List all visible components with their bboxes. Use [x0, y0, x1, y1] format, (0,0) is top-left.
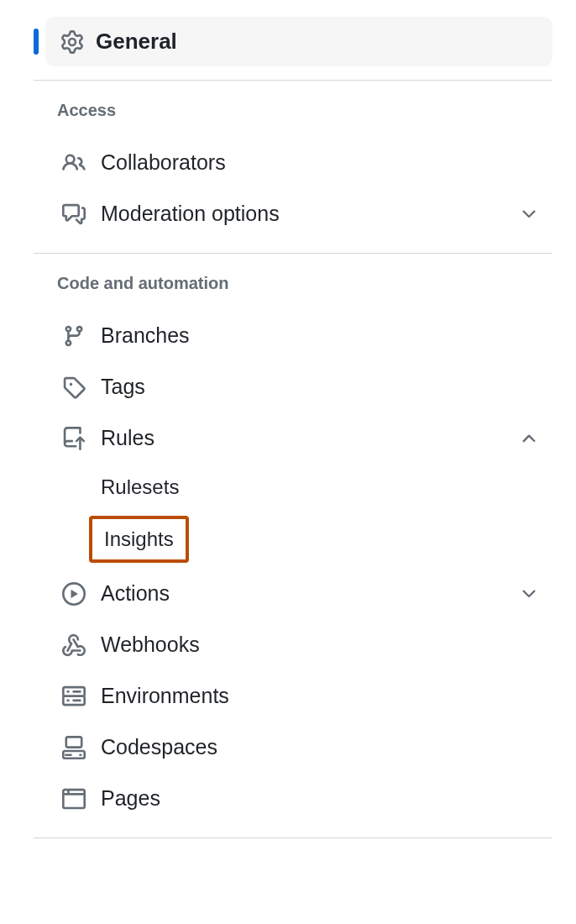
nav-item-moderation[interactable]: Moderation options	[34, 188, 552, 239]
nav-sub-item-insights[interactable]: Insights	[89, 516, 189, 563]
webhook-icon	[62, 633, 86, 657]
section-header-code-automation: Code and automation	[34, 254, 552, 310]
divider	[34, 837, 552, 838]
nav-label-tags: Tags	[101, 375, 539, 399]
nav-label-webhooks: Webhooks	[101, 633, 539, 657]
active-indicator	[34, 29, 39, 55]
nav-sub-item-rulesets[interactable]: Rulesets	[34, 464, 552, 511]
settings-sidebar: General Access Collaborators Moderation …	[0, 0, 576, 855]
nav-label-environments: Environments	[101, 684, 539, 708]
people-icon	[62, 151, 86, 175]
nav-item-environments[interactable]: Environments	[34, 670, 552, 722]
play-icon	[62, 582, 86, 606]
chevron-down-icon	[519, 584, 539, 604]
nav-item-general[interactable]: General	[45, 17, 552, 66]
browser-icon	[62, 787, 86, 811]
section-header-access: Access	[34, 81, 552, 137]
chevron-up-icon	[519, 428, 539, 449]
nav-item-branches[interactable]: Branches	[34, 310, 552, 361]
nav-label-actions: Actions	[101, 581, 504, 606]
codespaces-icon	[62, 736, 86, 759]
nav-label-general: General	[96, 29, 177, 55]
nav-item-pages[interactable]: Pages	[34, 773, 552, 824]
nav-label-insights: Insights	[104, 528, 174, 551]
nav-item-codespaces[interactable]: Codespaces	[34, 722, 552, 773]
nav-label-rulesets: Rulesets	[101, 475, 179, 499]
server-icon	[62, 685, 86, 708]
git-branch-icon	[62, 324, 86, 348]
tag-icon	[62, 375, 86, 399]
nav-item-tags[interactable]: Tags	[34, 361, 552, 412]
repo-push-icon	[62, 427, 86, 450]
nav-label-pages: Pages	[101, 786, 539, 811]
nav-label-moderation: Moderation options	[101, 202, 504, 226]
nav-label-rules: Rules	[101, 426, 504, 450]
comment-discussion-icon	[62, 202, 86, 226]
nav-item-actions[interactable]: Actions	[34, 568, 552, 619]
nav-label-branches: Branches	[101, 323, 539, 348]
nav-item-collaborators[interactable]: Collaborators	[34, 137, 552, 188]
chevron-down-icon	[519, 204, 539, 224]
nav-item-webhooks[interactable]: Webhooks	[34, 619, 552, 670]
nav-label-collaborators: Collaborators	[101, 150, 539, 175]
nav-label-codespaces: Codespaces	[101, 735, 539, 759]
gear-icon	[60, 30, 84, 54]
nav-item-rules[interactable]: Rules	[34, 412, 552, 464]
